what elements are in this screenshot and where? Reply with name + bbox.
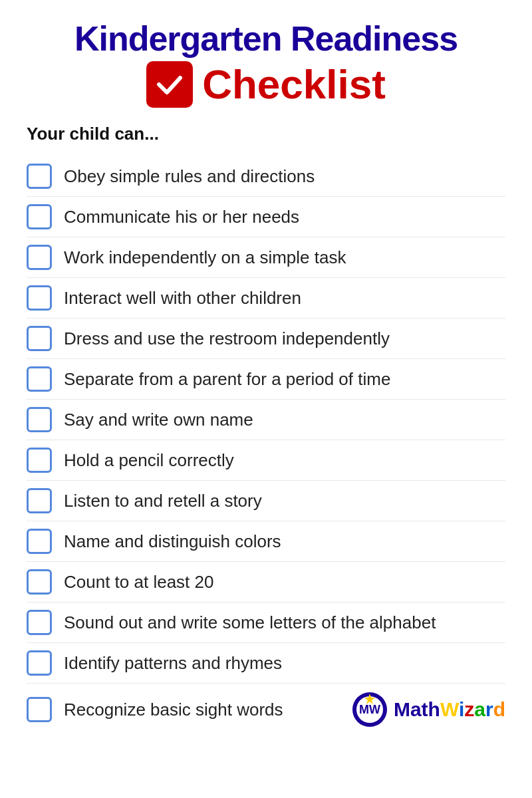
item-text: Communicate his or her needs — [64, 207, 299, 227]
checkbox[interactable] — [27, 245, 52, 270]
item-text: Recognize basic sight words — [64, 700, 283, 720]
list-item[interactable]: Hold a pencil correctly — [27, 440, 505, 481]
checkbox[interactable] — [27, 448, 52, 473]
list-item[interactable]: Recognize basic sight wordsMWMathWizard — [27, 684, 505, 735]
list-item[interactable]: Name and distinguish colors — [27, 521, 505, 562]
checkbox[interactable] — [27, 569, 52, 595]
checkbox[interactable] — [27, 366, 52, 392]
checkbox[interactable] — [27, 164, 52, 189]
item-text: Say and write own name — [64, 410, 253, 430]
checkbox[interactable] — [27, 326, 52, 351]
page-header: Kindergarten Readiness Checklist — [27, 20, 505, 108]
item-text: Dress and use the restroom independently — [64, 329, 390, 349]
item-text: Separate from a parent for a period of t… — [64, 369, 390, 390]
title-line1: Kindergarten Readiness — [27, 20, 505, 58]
logo-circle-icon: MW — [351, 691, 388, 728]
logo-text: MathWizard — [394, 698, 505, 721]
list-item[interactable]: Interact well with other children — [27, 278, 505, 319]
checkbox[interactable] — [27, 697, 52, 722]
list-item[interactable]: Separate from a parent for a period of t… — [27, 359, 505, 400]
item-text: Listen to and retell a story — [64, 491, 262, 511]
checkbox[interactable] — [27, 610, 52, 635]
checkbox[interactable] — [27, 204, 52, 229]
checkbox[interactable] — [27, 650, 52, 676]
list-item[interactable]: Dress and use the restroom independently — [27, 319, 505, 359]
mathwizard-logo: MWMathWizard — [351, 691, 505, 728]
item-text: Obey simple rules and directions — [64, 166, 315, 187]
checkbox[interactable] — [27, 407, 52, 432]
item-text: Count to at least 20 — [64, 572, 213, 593]
checkbox[interactable] — [27, 488, 52, 513]
svg-text:MW: MW — [359, 703, 380, 716]
list-item[interactable]: Listen to and retell a story — [27, 481, 505, 521]
list-item[interactable]: Count to at least 20 — [27, 562, 505, 602]
list-item[interactable]: Communicate his or her needs — [27, 197, 505, 237]
list-item[interactable]: Sound out and write some letters of the … — [27, 602, 505, 643]
checklist: Obey simple rules and directionsCommunic… — [27, 156, 505, 735]
item-text: Work independently on a simple task — [64, 247, 346, 268]
item-text: Interact well with other children — [64, 288, 301, 309]
item-text: Name and distinguish colors — [64, 531, 281, 552]
checkbox[interactable] — [27, 285, 52, 311]
title-line2: Checklist — [27, 61, 505, 108]
checkbox[interactable] — [27, 529, 52, 554]
subtitle: Your child can... — [27, 124, 505, 144]
checkmark-icon — [146, 61, 193, 108]
list-item[interactable]: Say and write own name — [27, 400, 505, 440]
list-item[interactable]: Identify patterns and rhymes — [27, 643, 505, 684]
list-item[interactable]: Work independently on a simple task — [27, 237, 505, 278]
item-text: Identify patterns and rhymes — [64, 653, 282, 674]
title-checklist: Checklist — [202, 61, 386, 108]
list-item[interactable]: Obey simple rules and directions — [27, 156, 505, 197]
item-text: Hold a pencil correctly — [64, 450, 234, 471]
item-text: Sound out and write some letters of the … — [64, 612, 436, 633]
